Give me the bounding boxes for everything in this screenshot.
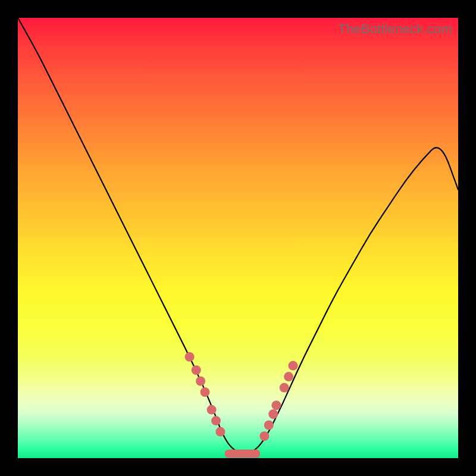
data-marker (192, 365, 201, 375)
chart-svg (18, 18, 458, 458)
data-marker (289, 361, 298, 371)
data-marker (264, 421, 274, 430)
data-marker (211, 416, 221, 425)
data-marker (196, 377, 205, 386)
data-marker (280, 383, 289, 393)
data-marker (268, 409, 278, 419)
chart-frame: TheBottleneck.com (0, 0, 476, 476)
data-marker (215, 427, 225, 437)
markers-left-arm (185, 352, 226, 437)
data-marker (207, 405, 217, 415)
plot-area: TheBottleneck.com (18, 18, 458, 458)
data-marker (284, 372, 293, 381)
markers-right-arm (259, 361, 298, 441)
plateau-marker (225, 450, 260, 458)
data-marker (201, 387, 210, 397)
data-marker (271, 400, 281, 410)
data-marker (259, 431, 269, 441)
bottleneck-curve (18, 18, 458, 454)
data-marker (185, 352, 195, 362)
